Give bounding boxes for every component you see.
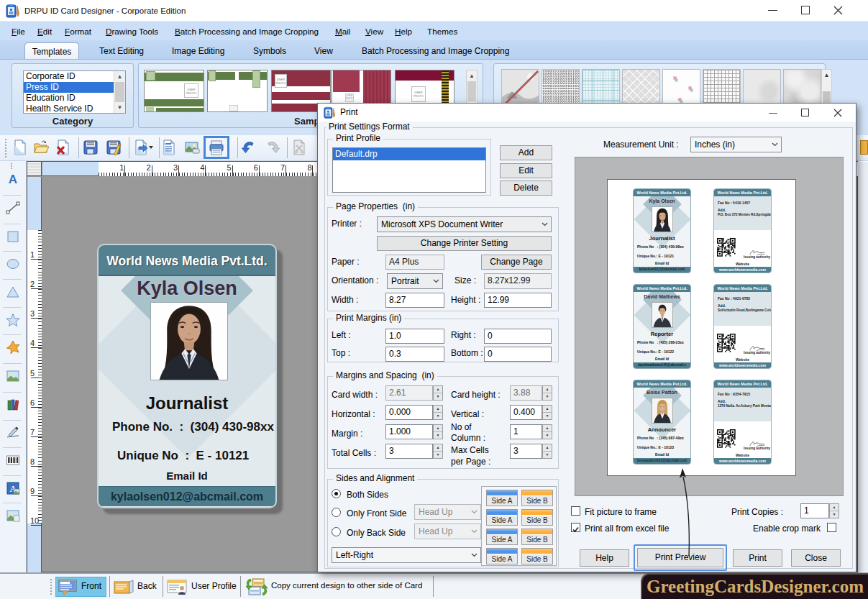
svg-text:A: A [9,173,17,186]
